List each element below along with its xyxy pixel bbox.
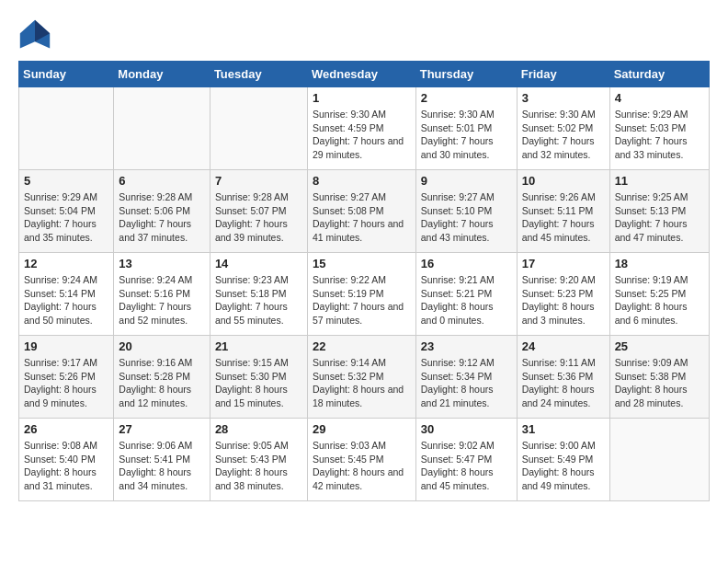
calendar-cell: 5Sunrise: 9:29 AM Sunset: 5:04 PM Daylig… bbox=[19, 170, 114, 253]
calendar-cell: 29Sunrise: 9:03 AM Sunset: 5:45 PM Dayli… bbox=[307, 419, 415, 501]
day-info: Sunrise: 9:24 AM Sunset: 5:16 PM Dayligh… bbox=[119, 273, 205, 327]
day-number: 25 bbox=[615, 339, 704, 353]
day-info: Sunrise: 9:30 AM Sunset: 4:59 PM Dayligh… bbox=[313, 108, 411, 162]
calendar-cell: 21Sunrise: 9:15 AM Sunset: 5:30 PM Dayli… bbox=[210, 336, 307, 419]
day-number: 10 bbox=[522, 174, 605, 188]
day-info: Sunrise: 9:27 AM Sunset: 5:10 PM Dayligh… bbox=[421, 190, 512, 245]
calendar-cell: 10Sunrise: 9:26 AM Sunset: 5:11 PM Dayli… bbox=[517, 170, 609, 253]
calendar-cell: 3Sunrise: 9:30 AM Sunset: 5:02 PM Daylig… bbox=[517, 87, 609, 170]
calendar-cell: 9Sunrise: 9:27 AM Sunset: 5:10 PM Daylig… bbox=[415, 170, 517, 253]
calendar-cell: 11Sunrise: 9:25 AM Sunset: 5:13 PM Dayli… bbox=[609, 170, 709, 253]
day-number: 28 bbox=[215, 422, 302, 436]
day-number: 29 bbox=[313, 422, 411, 436]
day-number: 31 bbox=[522, 422, 605, 436]
day-info: Sunrise: 9:28 AM Sunset: 5:07 PM Dayligh… bbox=[215, 190, 302, 245]
calendar-week-row: 12Sunrise: 9:24 AM Sunset: 5:14 PM Dayli… bbox=[19, 253, 710, 336]
calendar-cell: 26Sunrise: 9:08 AM Sunset: 5:40 PM Dayli… bbox=[19, 419, 114, 501]
calendar-cell: 12Sunrise: 9:24 AM Sunset: 5:14 PM Dayli… bbox=[19, 253, 114, 336]
day-number: 13 bbox=[119, 257, 205, 270]
calendar-cell: 1Sunrise: 9:30 AM Sunset: 4:59 PM Daylig… bbox=[307, 87, 415, 170]
day-info: Sunrise: 9:26 AM Sunset: 5:11 PM Dayligh… bbox=[522, 190, 605, 245]
day-info: Sunrise: 9:06 AM Sunset: 5:41 PM Dayligh… bbox=[119, 439, 205, 493]
calendar-cell bbox=[609, 419, 709, 501]
day-number: 18 bbox=[615, 257, 704, 270]
calendar-cell: 16Sunrise: 9:21 AM Sunset: 5:21 PM Dayli… bbox=[415, 253, 517, 336]
calendar-cell: 13Sunrise: 9:24 AM Sunset: 5:16 PM Dayli… bbox=[114, 253, 210, 336]
day-info: Sunrise: 9:11 AM Sunset: 5:36 PM Dayligh… bbox=[522, 356, 605, 410]
calendar-cell bbox=[210, 87, 307, 170]
day-info: Sunrise: 9:22 AM Sunset: 5:19 PM Dayligh… bbox=[313, 273, 411, 327]
day-number: 4 bbox=[615, 91, 704, 105]
calendar-cell: 25Sunrise: 9:09 AM Sunset: 5:38 PM Dayli… bbox=[609, 336, 709, 419]
day-number: 11 bbox=[615, 174, 704, 188]
day-number: 16 bbox=[421, 257, 512, 270]
calendar-cell: 30Sunrise: 9:02 AM Sunset: 5:47 PM Dayli… bbox=[415, 419, 517, 501]
day-number: 1 bbox=[313, 91, 411, 105]
day-info: Sunrise: 9:05 AM Sunset: 5:43 PM Dayligh… bbox=[215, 439, 302, 493]
calendar-cell: 28Sunrise: 9:05 AM Sunset: 5:43 PM Dayli… bbox=[210, 419, 307, 501]
day-number: 3 bbox=[522, 91, 605, 105]
calendar-cell: 27Sunrise: 9:06 AM Sunset: 5:41 PM Dayli… bbox=[114, 419, 210, 501]
day-number: 22 bbox=[313, 339, 411, 353]
day-number: 12 bbox=[24, 257, 108, 270]
day-info: Sunrise: 9:16 AM Sunset: 5:28 PM Dayligh… bbox=[119, 356, 205, 410]
calendar-cell: 19Sunrise: 9:17 AM Sunset: 5:26 PM Dayli… bbox=[19, 336, 114, 419]
day-info: Sunrise: 9:27 AM Sunset: 5:08 PM Dayligh… bbox=[313, 190, 411, 245]
day-info: Sunrise: 9:28 AM Sunset: 5:06 PM Dayligh… bbox=[119, 190, 205, 245]
day-info: Sunrise: 9:02 AM Sunset: 5:47 PM Dayligh… bbox=[421, 439, 512, 493]
calendar-cell: 15Sunrise: 9:22 AM Sunset: 5:19 PM Dayli… bbox=[307, 253, 415, 336]
calendar-week-row: 19Sunrise: 9:17 AM Sunset: 5:26 PM Dayli… bbox=[19, 336, 710, 419]
weekday-header: Monday bbox=[114, 62, 210, 87]
weekday-header: Wednesday bbox=[307, 62, 415, 87]
calendar-cell: 20Sunrise: 9:16 AM Sunset: 5:28 PM Dayli… bbox=[114, 336, 210, 419]
day-number: 9 bbox=[421, 174, 512, 188]
day-info: Sunrise: 9:29 AM Sunset: 5:04 PM Dayligh… bbox=[24, 190, 108, 245]
day-info: Sunrise: 9:08 AM Sunset: 5:40 PM Dayligh… bbox=[24, 439, 108, 493]
calendar-cell: 2Sunrise: 9:30 AM Sunset: 5:01 PM Daylig… bbox=[415, 87, 517, 170]
day-number: 27 bbox=[119, 422, 205, 436]
day-info: Sunrise: 9:20 AM Sunset: 5:23 PM Dayligh… bbox=[522, 273, 605, 327]
day-number: 24 bbox=[522, 339, 605, 353]
calendar-cell: 17Sunrise: 9:20 AM Sunset: 5:23 PM Dayli… bbox=[517, 253, 609, 336]
calendar-cell: 18Sunrise: 9:19 AM Sunset: 5:25 PM Dayli… bbox=[609, 253, 709, 336]
calendar-cell: 23Sunrise: 9:12 AM Sunset: 5:34 PM Dayli… bbox=[415, 336, 517, 419]
day-number: 5 bbox=[24, 174, 108, 188]
day-number: 26 bbox=[24, 422, 108, 436]
calendar-week-row: 5Sunrise: 9:29 AM Sunset: 5:04 PM Daylig… bbox=[19, 170, 710, 253]
day-info: Sunrise: 9:03 AM Sunset: 5:45 PM Dayligh… bbox=[313, 439, 411, 493]
calendar-cell: 4Sunrise: 9:29 AM Sunset: 5:03 PM Daylig… bbox=[609, 87, 709, 170]
day-number: 15 bbox=[313, 257, 411, 270]
weekday-header: Sunday bbox=[19, 62, 114, 87]
weekday-header: Saturday bbox=[609, 62, 709, 87]
calendar-week-row: 26Sunrise: 9:08 AM Sunset: 5:40 PM Dayli… bbox=[19, 419, 710, 501]
calendar-cell bbox=[19, 87, 114, 170]
calendar-cell: 22Sunrise: 9:14 AM Sunset: 5:32 PM Dayli… bbox=[307, 336, 415, 419]
weekday-header-row: SundayMondayTuesdayWednesdayThursdayFrid… bbox=[19, 62, 710, 87]
day-info: Sunrise: 9:09 AM Sunset: 5:38 PM Dayligh… bbox=[615, 356, 704, 410]
day-info: Sunrise: 9:15 AM Sunset: 5:30 PM Dayligh… bbox=[215, 356, 302, 410]
calendar-table: SundayMondayTuesdayWednesdayThursdayFrid… bbox=[18, 61, 710, 501]
day-number: 2 bbox=[421, 91, 512, 105]
calendar-cell: 8Sunrise: 9:27 AM Sunset: 5:08 PM Daylig… bbox=[307, 170, 415, 253]
calendar-cell bbox=[114, 87, 210, 170]
day-info: Sunrise: 9:00 AM Sunset: 5:49 PM Dayligh… bbox=[522, 439, 605, 493]
weekday-header: Tuesday bbox=[210, 62, 307, 87]
page-header bbox=[18, 18, 710, 52]
weekday-header: Friday bbox=[517, 62, 609, 87]
logo-icon bbox=[18, 18, 51, 52]
day-number: 8 bbox=[313, 174, 411, 188]
day-info: Sunrise: 9:25 AM Sunset: 5:13 PM Dayligh… bbox=[615, 190, 704, 245]
day-number: 14 bbox=[215, 257, 302, 270]
logo bbox=[18, 18, 55, 52]
day-number: 30 bbox=[421, 422, 512, 436]
day-number: 23 bbox=[421, 339, 512, 353]
day-info: Sunrise: 9:21 AM Sunset: 5:21 PM Dayligh… bbox=[421, 273, 512, 327]
day-info: Sunrise: 9:23 AM Sunset: 5:18 PM Dayligh… bbox=[215, 273, 302, 327]
day-info: Sunrise: 9:24 AM Sunset: 5:14 PM Dayligh… bbox=[24, 273, 108, 327]
weekday-header: Thursday bbox=[415, 62, 517, 87]
calendar-week-row: 1Sunrise: 9:30 AM Sunset: 4:59 PM Daylig… bbox=[19, 87, 710, 170]
day-number: 6 bbox=[119, 174, 205, 188]
day-info: Sunrise: 9:12 AM Sunset: 5:34 PM Dayligh… bbox=[421, 356, 512, 410]
calendar-cell: 24Sunrise: 9:11 AM Sunset: 5:36 PM Dayli… bbox=[517, 336, 609, 419]
day-info: Sunrise: 9:30 AM Sunset: 5:02 PM Dayligh… bbox=[522, 108, 605, 162]
